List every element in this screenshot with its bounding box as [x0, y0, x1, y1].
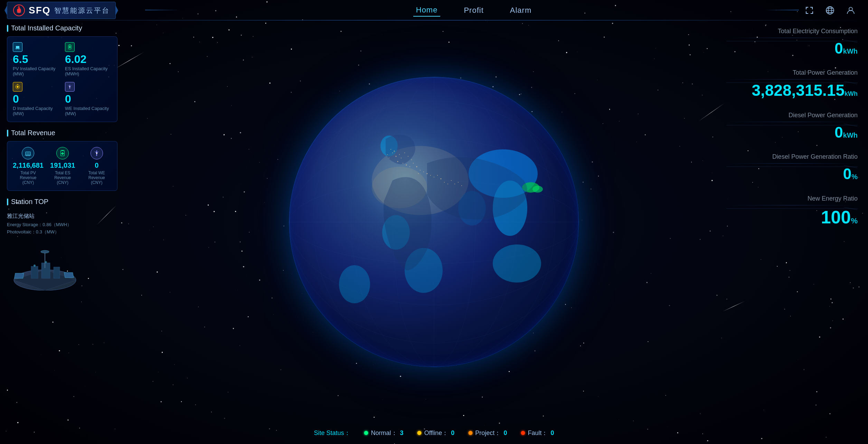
svg-point-165 — [655, 48, 656, 48]
svg-point-73 — [153, 381, 153, 382]
capacity-grid: 6.5 PV Installed Capacity(MW) — [13, 42, 112, 116]
svg-point-180 — [482, 397, 483, 397]
svg-point-87 — [217, 41, 217, 41]
svg-point-182 — [223, 196, 224, 197]
station-model-svg — [7, 242, 83, 290]
nav-profit[interactable]: Profit — [461, 4, 486, 16]
header-icons — [802, 3, 868, 17]
svg-point-401 — [17, 8, 21, 12]
svg-point-424 — [69, 86, 70, 87]
svg-point-286 — [832, 302, 833, 304]
svg-point-356 — [761, 259, 761, 260]
stat-divider-5 — [726, 205, 858, 205]
pv-revenue-value: 2,116,681 — [13, 161, 44, 169]
svg-point-394 — [235, 211, 236, 212]
pv-revenue-icon — [22, 147, 34, 159]
total-revenue-title: Total Revenue — [7, 129, 117, 137]
svg-point-120 — [17, 422, 18, 423]
d-capacity-value: 0 — [13, 93, 59, 105]
installed-capacity-section: Total Installed Capacity — [7, 24, 117, 122]
svg-point-220 — [269, 83, 270, 84]
station-detail-2: Photovoltaic：0.3（MW） — [7, 229, 117, 236]
svg-point-132 — [761, 438, 762, 439]
svg-point-100 — [212, 37, 213, 38]
nav-home[interactable]: Home — [413, 4, 441, 17]
svg-point-448 — [34, 265, 36, 267]
expand-icon[interactable] — [802, 3, 816, 17]
we-capacity-label: WE Installed Capacity(MW) — [65, 106, 112, 116]
svg-point-366 — [207, 56, 208, 57]
svg-point-48 — [159, 90, 159, 90]
pv-capacity-label: PV Installed Capacity(MW) — [13, 66, 59, 76]
sfq-logo-icon — [13, 4, 25, 17]
svg-point-234 — [281, 370, 281, 370]
svg-point-357 — [267, 178, 267, 178]
svg-point-95 — [577, 52, 577, 52]
svg-point-215 — [666, 395, 666, 396]
total-revenue-card: 2,116,681 Total PV Revenue(CNY) 191,031 … — [7, 141, 117, 191]
svg-point-368 — [598, 176, 599, 176]
svg-point-160 — [162, 352, 163, 353]
svg-point-447 — [41, 250, 49, 253]
status-fault: Fault： 0 — [521, 429, 554, 437]
svg-point-293 — [181, 401, 182, 402]
title-bar-revenue-icon — [7, 130, 8, 137]
globe-icon[interactable] — [823, 3, 837, 17]
svg-point-207 — [264, 202, 265, 203]
svg-point-138 — [259, 279, 260, 280]
svg-point-19 — [228, 392, 228, 392]
svg-point-24 — [704, 52, 704, 53]
svg-point-157 — [710, 231, 711, 232]
svg-point-323 — [6, 431, 6, 431]
svg-point-315 — [853, 287, 854, 288]
svg-point-12 — [242, 251, 243, 252]
svg-point-199 — [7, 390, 8, 391]
svg-point-310 — [163, 240, 164, 240]
svg-point-322 — [273, 314, 274, 315]
svg-point-7 — [777, 266, 777, 267]
svg-point-327 — [231, 105, 232, 106]
svg-point-173 — [269, 428, 270, 429]
svg-point-101 — [463, 415, 464, 416]
svg-point-130 — [831, 299, 831, 299]
svg-point-328 — [217, 42, 218, 43]
svg-point-384 — [224, 418, 225, 419]
diesel-generation-value: 0kWh — [726, 124, 858, 141]
diesel-ratio-label: Diesel Power Generation Ratio — [726, 153, 858, 160]
diesel-generation-block: Diesel Power Generation 0kWh — [726, 112, 858, 141]
svg-point-196 — [141, 295, 142, 296]
svg-point-340 — [158, 372, 158, 372]
es-capacity-label: ES Installed Capacity(MWH) — [65, 66, 112, 76]
logo-text: SFQ — [29, 5, 51, 16]
svg-point-353 — [214, 211, 215, 212]
header-deco-left — [145, 10, 180, 10]
svg-point-163 — [798, 360, 798, 360]
svg-point-44 — [131, 45, 132, 46]
we-capacity-item: 0 WE Installed Capacity(MW) — [65, 82, 112, 116]
svg-point-8 — [654, 58, 654, 59]
svg-point-40 — [658, 90, 659, 91]
es-revenue-icon — [56, 147, 69, 159]
user-icon[interactable] — [844, 3, 858, 17]
svg-point-375 — [95, 372, 96, 372]
svg-point-69 — [382, 34, 382, 35]
we-cap-header — [65, 82, 112, 92]
svg-point-269 — [580, 345, 581, 346]
es-capacity-value: 6.02 — [65, 53, 112, 65]
svg-point-206 — [543, 416, 544, 417]
svg-point-376 — [161, 401, 162, 402]
svg-point-176 — [259, 162, 260, 163]
svg-point-83 — [425, 399, 426, 399]
svg-point-331 — [816, 391, 817, 392]
we-revenue-value: 0 — [95, 161, 98, 169]
nav-alarm[interactable]: Alarm — [507, 4, 534, 16]
new-energy-ratio-label: New Energy Ratio — [726, 195, 858, 202]
pv-revenue-item: 2,116,681 Total PV Revenue(CNY) — [13, 147, 44, 185]
d-cap-header — [13, 82, 59, 92]
svg-point-115 — [825, 437, 827, 438]
logo-subtitle: 智慧能源云平台 — [54, 6, 110, 15]
svg-point-55 — [277, 159, 278, 160]
svg-point-387 — [583, 182, 583, 183]
svg-point-351 — [677, 432, 678, 433]
svg-point-392 — [241, 35, 242, 36]
